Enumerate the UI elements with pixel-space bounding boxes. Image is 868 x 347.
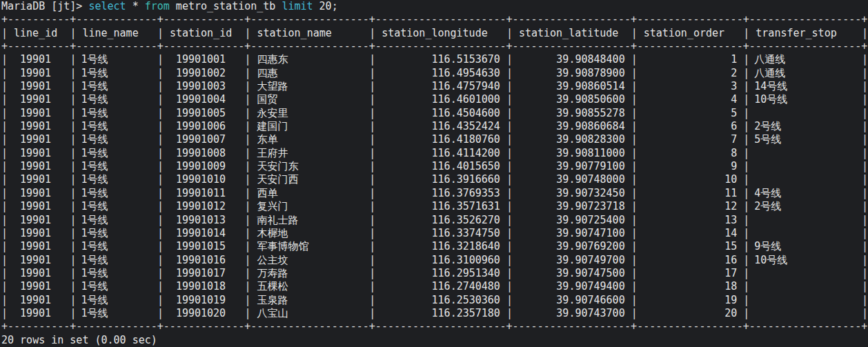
table-pipe: | [743,200,749,213]
table-pipe: | [70,240,76,253]
table-pipe: | [244,254,250,267]
table-pipe: | [369,200,375,213]
table-row: |||||||||199011号线19901012复兴门116.35716313… [1,200,868,213]
table-cell: 19901009 [176,160,226,173]
table-cell: 19901006 [176,120,226,133]
table-cell: 14 [638,227,738,240]
table-pipe: | [369,160,375,173]
table-pipe: | [157,307,164,320]
table-pipe: | [70,147,76,160]
table-pipe: | [862,80,868,93]
table-pipe: | [743,27,749,40]
table-cell: 19901 [20,147,51,160]
table-cell: 19 [638,294,738,307]
table-pipe: | [862,67,868,80]
table-pipe: | [1,107,8,120]
table-cell: 1号线 [81,173,108,186]
table-pipe: | [1,187,8,200]
table-cell: 39.90779100 [513,160,625,173]
table-pipe: | [743,240,749,253]
table-pipe: | [369,67,375,80]
table-cell: 116.3374750 [375,227,500,240]
table-pipe: | [862,53,868,66]
table-cell: 建国门 [257,120,288,133]
table-cell: 18 [638,280,738,293]
table-cell: 13 [638,214,738,227]
table-pipe: | [244,120,250,133]
table-cell: 116.3916660 [375,173,500,186]
table-cell: 19901002 [176,67,226,80]
table-pipe: | [70,27,76,40]
table-pipe: | [862,120,868,133]
table-cell: 116.2357180 [375,307,500,320]
table-cell: 19901 [20,307,51,320]
column-header: station_name [257,27,331,40]
table-pipe: | [862,307,868,320]
table-pipe: | [631,93,638,106]
table-pipe: | [743,187,749,200]
prompt-text [139,0,145,12]
table-cell: 4号线 [754,187,781,200]
table-cell: 复兴门 [257,200,288,213]
table-pipe: | [862,173,868,186]
table-cell: 5 [638,107,738,120]
table-pipe: | [631,120,638,133]
table-pipe: | [1,267,8,280]
table-cell: 116.3526270 [375,214,500,227]
table-pipe: | [70,214,76,227]
table-pipe: | [369,93,375,106]
table-cell: 八通线 [754,67,785,80]
table-cell: 天安门东 [257,160,298,173]
table-row: |||||||||199011号线19901013南礼士路116.3526270… [1,214,868,227]
table-cell: 2号线 [754,120,781,133]
table-pipe: | [244,53,250,66]
table-cell: 大望路 [257,80,288,93]
table-pipe: | [157,120,164,133]
table-cell: 八宝山 [257,307,288,320]
table-pipe: | [1,240,8,253]
table-cell: 116.4114200 [375,147,500,160]
table-pipe: | [369,53,375,66]
table-cell: 19901 [20,200,51,213]
table-cell: 1号线 [81,93,108,106]
query-result-table: +----------+-------------+-------------+… [1,13,868,333]
table-cell: 19901 [20,254,51,267]
table-pipe: | [157,67,164,80]
table-cell: 19901 [20,120,51,133]
table-pipe: | [506,133,513,146]
table-cell: 1号线 [81,294,108,307]
table-pipe: | [157,240,164,253]
table-pipe: | [862,254,868,267]
table-cell: 19901020 [176,307,226,320]
column-header: station_id [170,27,232,40]
table-cell: 7 [638,133,738,146]
table-pipe: | [70,280,76,293]
table-cell: 1号线 [81,214,108,227]
terminal-window[interactable]: MariaDB [jt]> select * from metro_statio… [0,0,868,347]
column-header: line_name [82,27,138,40]
table-pipe: | [70,107,76,120]
table-cell: 19901 [20,214,51,227]
table-cell: 11 [638,187,738,200]
table-cell: 8 [638,147,738,160]
table-pipe: | [743,133,749,146]
table-cell: 国贸 [257,93,277,106]
table-cell: 4 [638,93,738,106]
table-pipe: | [631,107,638,120]
table-pipe: | [506,200,513,213]
table-cell: 19901015 [176,240,226,253]
table-cell: 39.90878900 [513,67,625,80]
table-pipe: | [862,294,868,307]
table-cell: 万寿路 [257,267,288,280]
table-cell: 19901012 [176,200,226,213]
table-pipe: | [369,267,375,280]
table-pipe: | [506,187,513,200]
table-cell: 10号线 [754,93,787,106]
table-pipe: | [506,80,513,93]
table-pipe: | [70,254,76,267]
table-cell: 19901011 [176,187,226,200]
table-pipe: | [70,93,76,106]
table-cell: 东单 [257,133,277,146]
table-cell: 1号线 [81,107,108,120]
table-cell: 19901018 [176,280,226,293]
